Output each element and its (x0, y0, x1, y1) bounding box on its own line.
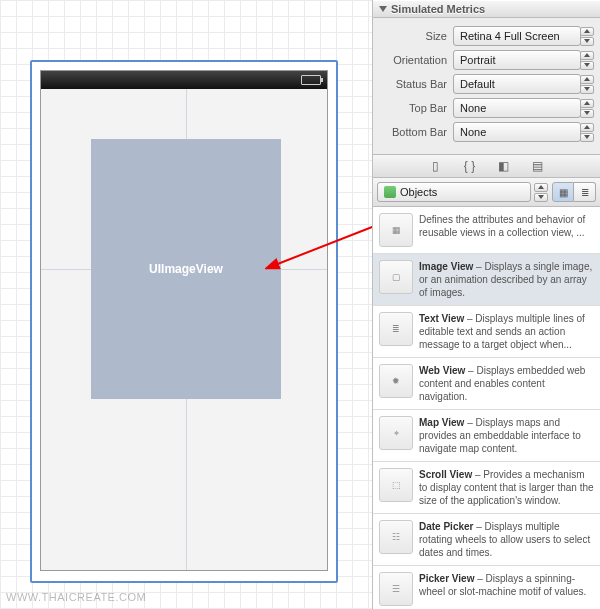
ib-canvas[interactable]: UIImageView (0, 0, 372, 609)
orientation-select[interactable]: Portrait (453, 50, 581, 70)
topbar-select[interactable]: None (453, 98, 581, 118)
grid-view-button[interactable]: ▦ (552, 182, 574, 202)
inspector-panel: Simulated Metrics Size Retina 4 Full Scr… (372, 0, 600, 609)
library-item-icon: ⌖ (379, 416, 413, 450)
library-item[interactable]: ☰Picker View – Displays a spinning-wheel… (373, 566, 600, 609)
library-filter-select[interactable]: Objects (377, 182, 531, 202)
library-item-text: Defines the attributes and behavior of r… (419, 213, 594, 247)
library-item-icon: ☷ (379, 520, 413, 554)
library-item-icon: ⬚ (379, 468, 413, 502)
library-item-text: Image View – Displays a single image, or… (419, 260, 594, 299)
disclosure-triangle-icon (379, 6, 387, 12)
library-item-icon: ≣ (379, 312, 413, 346)
file-template-tab-icon[interactable]: ▯ (426, 158, 446, 174)
library-item[interactable]: ⬚Scroll View – Provides a mechanism to d… (373, 462, 600, 514)
orientation-stepper[interactable] (580, 51, 594, 70)
library-item-text: Map View – Displays maps and provides an… (419, 416, 594, 455)
library-item-icon: ▢ (379, 260, 413, 294)
section-title: Simulated Metrics (391, 3, 485, 15)
library-item[interactable]: ✹Web View – Displays embedded web conten… (373, 358, 600, 410)
library-item-text: Date Picker – Displays multiple rotating… (419, 520, 594, 559)
library-item-icon: ▦ (379, 213, 413, 247)
root-view[interactable]: UIImageView (41, 89, 327, 570)
size-label: Size (379, 30, 453, 42)
library-list[interactable]: ▦Defines the attributes and behavior of … (373, 207, 600, 609)
simulated-metrics-body: Size Retina 4 Full Screen Orientation Po… (373, 18, 600, 155)
statusbar-stepper[interactable] (580, 75, 594, 94)
library-item-icon: ☰ (379, 572, 413, 606)
list-view-button[interactable]: ≣ (574, 182, 596, 202)
library-item-text: Text View – Displays multiple lines of e… (419, 312, 594, 351)
device-frame[interactable]: UIImageView (30, 60, 338, 583)
library-item[interactable]: ▢Image View – Displays a single image, o… (373, 254, 600, 306)
media-tab-icon[interactable]: ▤ (528, 158, 548, 174)
library-item[interactable]: ☷Date Picker – Displays multiple rotatin… (373, 514, 600, 566)
watermark: WWW.THAICREATE.COM (6, 591, 146, 603)
simulated-metrics-header[interactable]: Simulated Metrics (373, 0, 600, 18)
statusbar-label: Status Bar (379, 78, 453, 90)
library-filter-stepper[interactable] (534, 183, 548, 202)
object-tab-icon[interactable]: ◧ (494, 158, 514, 174)
code-snippet-tab-icon[interactable]: { } (460, 158, 480, 174)
size-stepper[interactable] (580, 27, 594, 46)
statusbar-select[interactable]: Default (453, 74, 581, 94)
library-tabbar: ▯ { } ◧ ▤ (373, 155, 600, 178)
bottombar-stepper[interactable] (580, 123, 594, 142)
battery-icon (301, 75, 321, 85)
library-item[interactable]: ≣Text View – Displays multiple lines of … (373, 306, 600, 358)
status-bar (41, 71, 327, 89)
library-view-mode: ▦ ≣ (552, 182, 596, 202)
topbar-label: Top Bar (379, 102, 453, 114)
library-item-text: Scroll View – Provides a mechanism to di… (419, 468, 594, 507)
uiimageview-placeholder[interactable]: UIImageView (91, 139, 281, 399)
library-header: Objects ▦ ≣ (373, 178, 600, 207)
library-item-text: Web View – Displays embedded web content… (419, 364, 594, 403)
orientation-label: Orientation (379, 54, 453, 66)
size-select[interactable]: Retina 4 Full Screen (453, 26, 581, 46)
device-screen: UIImageView (40, 70, 328, 571)
placeholder-label: UIImageView (149, 262, 223, 276)
library-item-icon: ✹ (379, 364, 413, 398)
library-item[interactable]: ▦Defines the attributes and behavior of … (373, 207, 600, 254)
topbar-stepper[interactable] (580, 99, 594, 118)
library-item[interactable]: ⌖Map View – Displays maps and provides a… (373, 410, 600, 462)
bottombar-label: Bottom Bar (379, 126, 453, 138)
bottombar-select[interactable]: None (453, 122, 581, 142)
library-item-text: Picker View – Displays a spinning-wheel … (419, 572, 594, 606)
objects-icon (384, 186, 396, 198)
